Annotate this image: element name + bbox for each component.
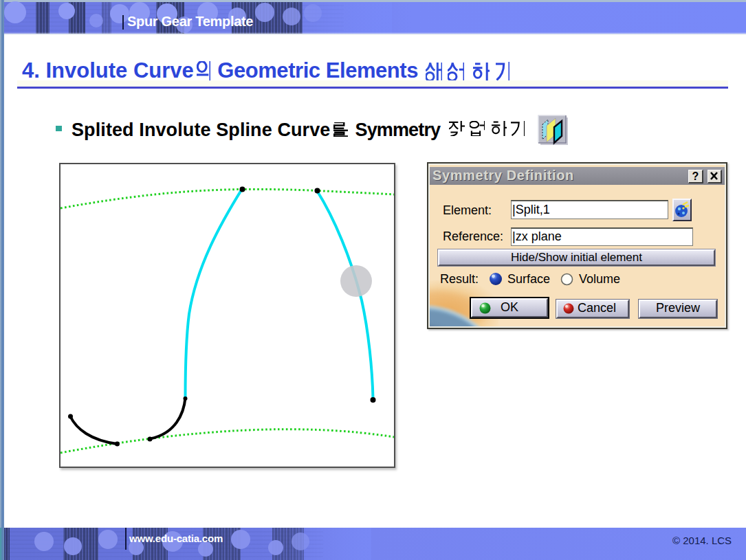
svg-text:Spur Gear Template: Spur Gear Template [127, 14, 253, 29]
svg-text:www.edu-catia.com: www.edu-catia.com [129, 533, 223, 544]
svg-text:© 2014. LCS: © 2014. LCS [672, 535, 732, 546]
